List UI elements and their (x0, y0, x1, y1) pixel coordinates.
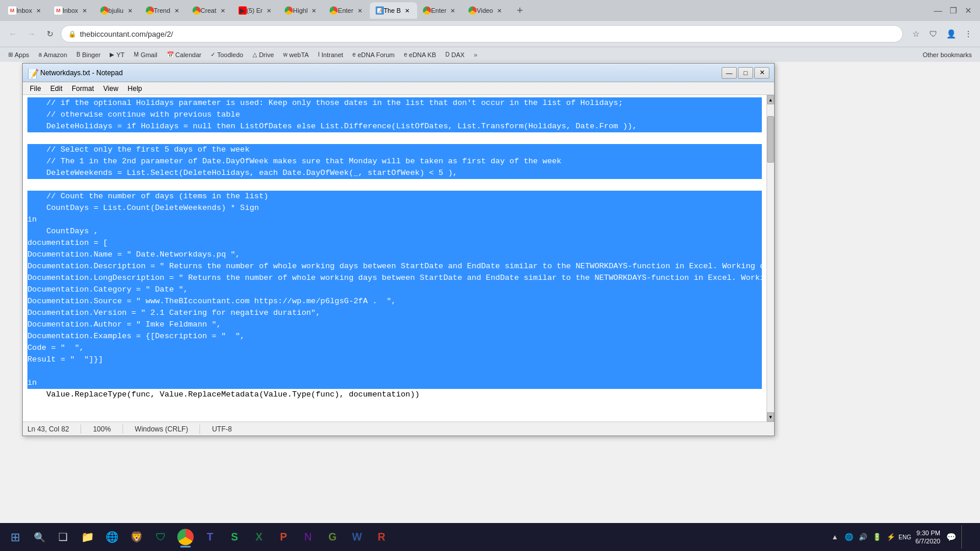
settings-icon[interactable]: ⋮ (961, 27, 975, 41)
amazon-icon: a (38, 51, 42, 58)
tab-1-close[interactable]: ✕ (34, 6, 43, 15)
profile-icon[interactable]: 👤 (944, 27, 958, 41)
tab-7[interactable]: Highl ✕ (279, 2, 324, 19)
nav-icons: ☆ 🛡 👤 ⋮ (909, 27, 975, 41)
bookmarks-more-button[interactable]: » (470, 50, 481, 59)
code-editor[interactable]: // if the optional Holidays parameter is… (23, 95, 766, 422)
file-explorer-button[interactable]: 📁 (76, 525, 99, 549)
tab-5-favicon (192, 6, 201, 15)
tab-8[interactable]: Enter ✕ (324, 2, 369, 19)
tab-1-title: Inbox (16, 7, 32, 14)
onenote-button[interactable]: N (296, 525, 320, 549)
scrollbar-down-arrow[interactable]: ▼ (767, 412, 774, 422)
spotify-button[interactable]: S (223, 525, 246, 549)
desktop-peek-button[interactable] (961, 525, 973, 549)
tab-8-close[interactable]: ✕ (356, 6, 364, 15)
tab-1[interactable]: M Inbox ✕ (2, 2, 48, 19)
reload-button[interactable]: ↻ (42, 26, 58, 42)
bookmark-edna-kb[interactable]: eeDNA KB (400, 50, 439, 59)
excel-button[interactable]: X (247, 525, 271, 549)
tab-2-close[interactable]: ✕ (80, 6, 89, 15)
tab-6-close[interactable]: ✕ (265, 6, 273, 15)
tab-4[interactable]: Trend ✕ (140, 2, 187, 19)
kaspersky-button[interactable]: 🛡 (149, 525, 173, 549)
tray-show-hidden[interactable]: ▲ (829, 531, 841, 543)
bookmark-yt[interactable]: ▶YT (106, 50, 128, 59)
bookmark-webta[interactable]: wwebTA (280, 50, 313, 59)
bookmark-calendar[interactable]: 📅Calendar (163, 50, 205, 59)
back-button[interactable]: ← (5, 26, 21, 42)
task-view-button[interactable]: ❑ (51, 525, 75, 549)
bookmark-dax[interactable]: DDAX (442, 50, 468, 59)
tab-5[interactable]: Creat ✕ (187, 2, 233, 19)
greenshot-button[interactable]: G (321, 525, 344, 549)
yt-icon: ▶ (110, 51, 114, 58)
menu-help[interactable]: Help (123, 83, 147, 94)
tab-4-close[interactable]: ✕ (173, 6, 181, 15)
close-button[interactable]: ✕ (754, 67, 769, 79)
tray-language[interactable]: ENG (899, 531, 911, 543)
bookmark-gmail[interactable]: MGmail (131, 50, 161, 59)
tab-9[interactable]: 📝 The B ✕ (370, 2, 417, 19)
code-line-5: // Select only the first 5 days of the w… (27, 144, 762, 156)
bookmark-intranet[interactable]: IIntranet (314, 50, 346, 59)
bookmark-drive[interactable]: △Drive (249, 50, 278, 59)
window-restore[interactable]: ❐ (946, 3, 960, 17)
menu-file[interactable]: File (25, 83, 46, 94)
bookmark-other[interactable]: Other bookmarks (919, 50, 975, 59)
bookmark-apps[interactable]: ⊞Apps (5, 50, 33, 59)
brave-shield-icon[interactable]: 🛡 (926, 27, 940, 41)
tab-3[interactable]: bjuliu ✕ (94, 2, 140, 19)
window-minimize[interactable]: — (931, 3, 945, 17)
tab-9-close[interactable]: ✕ (403, 6, 411, 15)
address-bar[interactable]: 🔒 thebiccountant.com/page/2/ (61, 25, 903, 43)
new-tab-button[interactable]: + (512, 2, 528, 19)
tab-3-favicon (100, 6, 108, 15)
unknown-app-button[interactable]: R (370, 525, 393, 549)
teams-button[interactable]: T (198, 525, 222, 549)
notepad-window: 📝 Networkdays.txt - Notepad — □ ✕ File E… (22, 63, 775, 436)
tab-2[interactable]: M Inbox ✕ (48, 2, 94, 19)
tab-10-close[interactable]: ✕ (449, 6, 457, 15)
bookmark-toodledo[interactable]: ✓Toodledo (207, 50, 247, 59)
tray-power-icon[interactable]: ⚡ (885, 531, 897, 543)
start-button[interactable]: ⊞ (2, 524, 28, 550)
tab-11[interactable]: Video ✕ (463, 2, 509, 19)
scrollbar-up-arrow[interactable]: ▲ (767, 95, 774, 104)
bookmark-edna-forum[interactable]: eeDNA Forum (349, 50, 398, 59)
bookmark-amazon[interactable]: aAmazon (35, 50, 71, 59)
tab-6[interactable]: ▶ (5) Er ✕ (233, 2, 279, 19)
chrome-button[interactable] (174, 525, 197, 549)
window-close[interactable]: ✕ (961, 3, 975, 17)
maximize-button[interactable]: □ (738, 67, 753, 79)
menu-format[interactable]: Format (67, 83, 99, 94)
tab-7-close[interactable]: ✕ (310, 6, 318, 15)
menu-edit[interactable]: Edit (46, 83, 67, 94)
bookmark-binger[interactable]: BBinger (73, 50, 104, 59)
tab-5-close[interactable]: ✕ (219, 6, 227, 15)
code-line-9: // Count the number of days (items in th… (27, 191, 762, 202)
brave-button[interactable]: 🦁 (125, 525, 148, 549)
word-button[interactable]: W (345, 525, 369, 549)
vertical-scrollbar[interactable]: ▲ ▼ (766, 95, 774, 422)
tab-11-close[interactable]: ✕ (495, 6, 503, 15)
drive-icon: △ (253, 51, 257, 58)
tray-network-icon[interactable]: 🌐 (843, 531, 855, 543)
powerpoint-button[interactable]: P (272, 525, 295, 549)
action-center-button[interactable]: 💬 (943, 529, 959, 545)
word-icon: W (349, 529, 365, 545)
minimize-button[interactable]: — (722, 67, 737, 79)
search-button[interactable]: 🔍 (29, 527, 50, 548)
menu-view[interactable]: View (99, 83, 123, 94)
tray-battery-icon[interactable]: 🔋 (871, 531, 883, 543)
code-line-3: DeleteHolidays = if Holidays = null then… (27, 121, 762, 132)
edge-button[interactable]: 🌐 (100, 525, 124, 549)
tray-volume-icon[interactable]: 🔊 (857, 531, 869, 543)
tray-clock[interactable]: 9:30 PM 6/7/2020 (915, 529, 940, 546)
forward-button[interactable]: → (23, 26, 40, 42)
tab-10[interactable]: Enter ✕ (417, 2, 463, 19)
clock-time: 9:30 PM (916, 529, 940, 537)
scrollbar-thumb[interactable] (767, 116, 774, 163)
bookmark-star-icon[interactable]: ☆ (909, 27, 923, 41)
tab-3-close[interactable]: ✕ (126, 6, 134, 15)
